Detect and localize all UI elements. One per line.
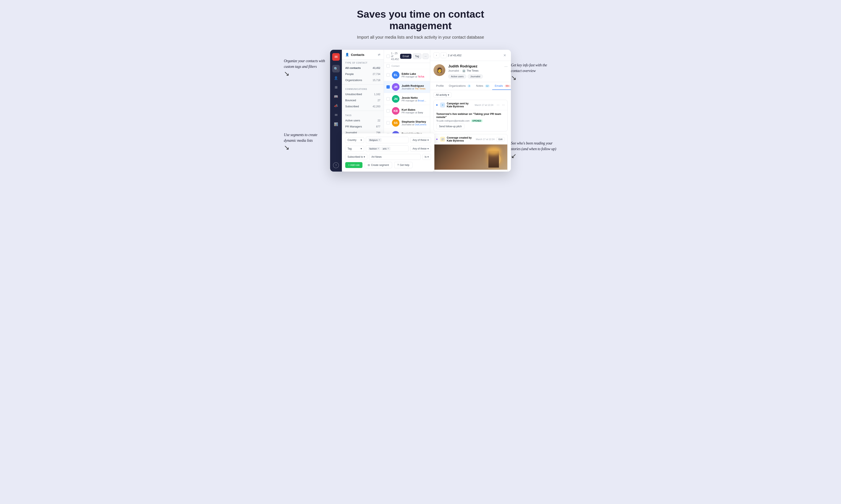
activity-feed: 📧 Campaign sent by Kate Bystrova March 1…: [430, 100, 511, 172]
item-checkbox[interactable]: [387, 85, 390, 89]
filter-operator-subscribed[interactable]: Is ▾: [423, 154, 431, 160]
more-button[interactable]: ···: [423, 54, 429, 59]
email-button[interactable]: Email: [400, 54, 411, 59]
nav-organizations[interactable]: Organizations 15,718: [342, 77, 384, 83]
sidebar-logo[interactable]: ✉: [332, 53, 340, 61]
sidebar-icon-grid[interactable]: ⊞: [332, 83, 340, 91]
tab-notes[interactable]: Notes 12: [474, 82, 492, 90]
nav-unsubscribed[interactable]: Unsubscribed 1,162: [342, 91, 384, 97]
nav-pr-managers[interactable]: PR Managers 877: [342, 124, 384, 130]
country-chip-belgium: Belgium ✕: [368, 138, 382, 142]
filter-field-subscribed[interactable]: Subscribed to ▾: [345, 154, 367, 160]
add-rule-button[interactable]: + Add rule: [345, 162, 362, 168]
item-checkbox[interactable]: [387, 73, 390, 77]
page-subtitle: Import all your media lists and track ac…: [357, 35, 484, 40]
send-followup-button[interactable]: Send follow-up pitch: [436, 124, 464, 129]
list-item[interactable]: SS Stephanie Sharkey Journalist at OutCo…: [384, 117, 430, 129]
sidebar-icon-contacts[interactable]: 👤: [332, 74, 340, 82]
list-item[interactable]: JN Jessie Netto PR manager at BroadComms: [384, 93, 430, 105]
nav-active-users[interactable]: Active users 22: [342, 118, 384, 124]
company-link[interactable]: TikTok: [418, 75, 424, 78]
campaign-time: March 17 at 12:24: [475, 104, 494, 106]
sort-icon[interactable]: ⇄: [378, 53, 380, 56]
chip-remove-button[interactable]: ✕: [377, 147, 379, 150]
lamp-glow: [486, 147, 501, 155]
detail-panel: ‹ › 2 of 43,452 ✕ 👩 Judith Rodriguez Jou…: [430, 50, 511, 172]
tab-organizations[interactable]: Organizations 3: [446, 82, 474, 90]
chip-remove-button[interactable]: ✕: [378, 139, 380, 141]
left-annotations: Organize your contacts with custom tags …: [284, 50, 330, 151]
filter-operator-country[interactable]: Any of these ▾: [410, 137, 431, 143]
contact-info: Eddie Lake PR manager at TikTok: [401, 72, 427, 78]
chip-label: arts: [383, 147, 387, 150]
sidebar-icon-analytics[interactable]: 📊: [332, 120, 340, 128]
prev-contact-button[interactable]: ‹: [433, 52, 440, 58]
section-type-label: TYPE OF CONTACT: [342, 60, 384, 65]
filter-panel: Country ▾ Belgium ✕ Any of these ▾ Tag: [342, 133, 434, 172]
tab-emails[interactable]: Emails 99+: [492, 82, 511, 90]
nav-bounced[interactable]: Bounced 27: [342, 97, 384, 103]
filter-row-subscribed: Subscribed to ▾ Art News Is ▾: [345, 154, 431, 160]
chip-remove-button[interactable]: ✕: [387, 147, 389, 150]
card-more-button[interactable]: ···: [497, 103, 499, 107]
chevron-down-icon: ▾: [427, 147, 429, 150]
list-item[interactable]: KB Kurt Bates PR manager at Sony: [384, 105, 430, 117]
card-expand-button[interactable]: ···: [502, 103, 505, 107]
filter-value-subscribed: Art News: [369, 154, 420, 160]
close-detail-button[interactable]: ✕: [502, 52, 508, 58]
column-check[interactable]: [387, 64, 390, 68]
filter-actions: + Add rule ⊟ Create segment ? Get help: [345, 162, 431, 168]
profile-more-button[interactable]: ···: [504, 64, 508, 69]
create-segment-button[interactable]: ⊟ Create segment: [364, 162, 392, 168]
field-label: Tag: [347, 147, 351, 150]
sidebar-help[interactable]: ?: [333, 162, 339, 168]
item-checkbox[interactable]: [387, 109, 390, 112]
page-title: Saves you time on contact management: [326, 8, 515, 32]
app-container: ✉ 🔍 👤 ⊞ 📖 📣 ✉ 📊 ? 👤 Contacts ⇄ TYPE OF C…: [330, 50, 511, 172]
list-item[interactable]: JR Judith Rodriguez Journalist at The Ti…: [384, 81, 430, 93]
field-label: Subscribed to: [347, 156, 363, 158]
contact-role: Journalist at The Times: [401, 87, 427, 90]
filter-operator-tag[interactable]: Any of these ▾: [410, 146, 431, 151]
company-link[interactable]: The Times: [415, 87, 425, 90]
nav-subscribed[interactable]: Subscribed 42,263: [342, 103, 384, 109]
item-checkbox[interactable]: [387, 97, 390, 101]
contact-role: PR manager at Sony: [401, 111, 427, 114]
profile-info: Judith Rodriguez Journalist · 🏢 The Time…: [448, 64, 501, 78]
filter-value-tag: fashion ✕ arts ✕: [366, 145, 409, 152]
help-icon: ?: [397, 164, 399, 166]
filter-row-tag: Tag ▾ fashion ✕ arts ✕ Any of these ▾: [345, 145, 431, 152]
detail-header: ‹ › 2 of 43,452 ✕: [430, 50, 511, 61]
sidebar-icon-mail[interactable]: ✉: [332, 111, 340, 119]
sidebar-icon-campaign[interactable]: 📣: [332, 102, 340, 109]
detail-tabs: Profile Organizations 3 Notes 12 Emails …: [430, 82, 511, 90]
company-link[interactable]: Sony: [418, 111, 423, 114]
activity-filter-button[interactable]: All activity ▾: [433, 92, 451, 98]
avatar: EL: [392, 71, 399, 79]
campaign-activity-card: 📧 Campaign sent by Kate Bystrova March 1…: [433, 100, 508, 131]
list-column-header: Contact: [384, 63, 430, 69]
left-annotation-2: Use segments to create dynamic media lis…: [284, 132, 330, 143]
chevron-down-icon: ▾: [361, 147, 362, 150]
nav-item-count: 42,263: [373, 105, 380, 108]
tab-profile[interactable]: Profile: [433, 82, 446, 90]
edit-coverage-button[interactable]: Edit: [496, 137, 505, 141]
next-contact-button[interactable]: ›: [441, 52, 447, 58]
nav-item-label: Unsubscribed: [345, 93, 362, 96]
nav-all-contacts[interactable]: All contacts 43,452: [342, 65, 384, 71]
filter-field-country[interactable]: Country ▾: [345, 137, 364, 143]
get-help-button[interactable]: ? Get help: [394, 162, 412, 168]
filter-field-tag[interactable]: Tag ▾: [345, 146, 364, 151]
company-link[interactable]: BroadComms: [418, 99, 427, 102]
nav-people[interactable]: People 27,734: [342, 71, 384, 77]
contact-info: Stephanie Sharkey Journalist at OutComms: [401, 120, 427, 126]
item-checkbox[interactable]: [387, 121, 390, 125]
sidebar-icon-book[interactable]: 📖: [332, 93, 340, 100]
panel-title: Contacts: [351, 53, 364, 56]
tag-button[interactable]: Tag: [413, 54, 421, 59]
list-item[interactable]: EL Eddie Lake PR manager at TikTok: [384, 69, 430, 81]
nav-controls: ‹ › 2 of 43,452: [433, 52, 462, 58]
company-link[interactable]: OutComms: [415, 123, 426, 126]
select-all-checkbox[interactable]: [387, 55, 390, 58]
sidebar-icon-search[interactable]: 🔍: [332, 65, 340, 72]
